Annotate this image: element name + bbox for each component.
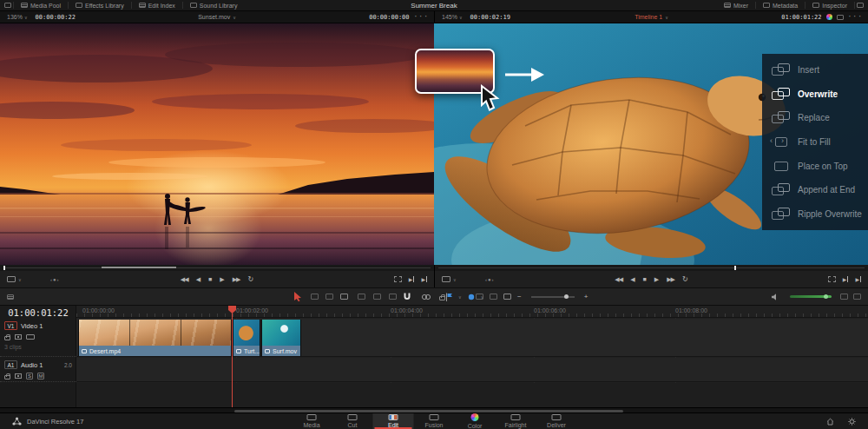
timeline-jog-control[interactable] — [485, 276, 495, 282]
lock-track-icon[interactable] — [4, 336, 10, 340]
match-frame-icon[interactable] — [394, 276, 402, 282]
step-back-button[interactable] — [196, 276, 201, 282]
source-sizing-icon[interactable] — [7, 276, 16, 282]
flag-color-dropdown[interactable] — [458, 294, 462, 300]
panel-layout-icon[interactable] — [857, 3, 864, 8]
menu-item-place-on-top[interactable]: Place on Top — [762, 154, 868, 178]
clip-turtle[interactable]: Turt... — [233, 320, 260, 356]
zoom-in-icon[interactable] — [584, 294, 589, 300]
replace-clip-button[interactable] — [389, 294, 397, 300]
sound-library-button[interactable]: Sound Library — [185, 0, 243, 11]
keyboard-shortcut-icon[interactable] — [840, 294, 848, 300]
auto-select-icon[interactable] — [15, 334, 22, 340]
in-point-button[interactable] — [409, 276, 415, 282]
audio-volume-slider[interactable] — [790, 295, 832, 298]
in-point-button[interactable] — [843, 276, 849, 282]
menu-item-fit-to-fill[interactable]: Fit to Fill — [762, 130, 868, 155]
selection-tool-button[interactable] — [292, 291, 304, 303]
solo-button[interactable]: S — [26, 373, 33, 380]
flag-button[interactable] — [443, 291, 455, 303]
go-to-last-frame-button[interactable] — [667, 276, 674, 282]
lock-track-icon[interactable] — [4, 375, 10, 380]
blade-edit-mode-button[interactable] — [340, 294, 348, 300]
edit-index-button[interactable]: Edit Index — [134, 0, 181, 11]
go-to-first-frame-button[interactable] — [615, 276, 622, 282]
color-wheel-icon[interactable] — [826, 14, 832, 20]
timeline-sizing-icon[interactable] — [442, 276, 450, 282]
source-jog-control[interactable] — [50, 276, 60, 282]
workspace-icon[interactable] — [4, 3, 11, 8]
menu-item-ripple-overwrite[interactable]: Ripple Overwrite — [762, 201, 868, 226]
menu-item-overwrite[interactable]: Overwrite — [762, 82, 868, 107]
match-frame-icon[interactable] — [828, 276, 836, 282]
full-extent-zoom-button[interactable] — [476, 294, 483, 300]
source-zoom-select[interactable]: 136% — [7, 14, 28, 20]
timeline-zoom-select[interactable]: 145% — [442, 14, 463, 20]
linked-selection-button[interactable] — [420, 291, 432, 303]
sunset-preview-image[interactable] — [0, 23, 434, 265]
timeline-scrub-bar[interactable] — [434, 265, 868, 271]
video-track-badge[interactable]: V1 — [4, 321, 17, 330]
audio-track-badge[interactable]: A1 — [4, 360, 17, 369]
zoom-slider[interactable] — [531, 296, 575, 298]
page-tab-edit[interactable]: Edit — [373, 413, 414, 429]
video-track-header[interactable]: V1 Video 1 3 clips — [0, 319, 76, 357]
insert-clip-button[interactable] — [358, 294, 365, 300]
loop-button[interactable] — [247, 276, 253, 283]
source-options-icon[interactable] — [414, 14, 429, 21]
menu-item-append-at-end[interactable]: Append at End — [762, 178, 868, 202]
timeline-select[interactable]: Timeline 1 — [635, 14, 668, 20]
page-tab-deliver[interactable]: Deliver — [536, 413, 577, 429]
go-to-last-frame-button[interactable] — [233, 276, 240, 282]
snapping-button[interactable] — [401, 291, 413, 303]
clip-desert[interactable]: Desert.mp4 — [78, 320, 232, 356]
page-tab-fairlight[interactable]: Fairlight — [496, 413, 536, 429]
dynamic-trim-mode-button[interactable] — [326, 294, 333, 300]
timeline-options-icon[interactable] — [853, 294, 861, 300]
step-back-button[interactable] — [630, 276, 635, 282]
zoom-out-icon[interactable] — [517, 294, 522, 300]
video-track-lane[interactable]: Desert.mp4 Turt... Surf.mov — [76, 319, 868, 357]
out-point-button[interactable] — [855, 276, 861, 282]
settings-gear-icon[interactable] — [848, 418, 856, 426]
overwrite-clip-button[interactable] — [373, 294, 381, 300]
timeline-ruler[interactable]: 01:00:00:00 01:00:02:00 01:00:04:00 01:0… — [76, 306, 868, 318]
volume-slider-handle[interactable] — [824, 294, 828, 299]
trim-edit-mode-button[interactable] — [311, 294, 319, 300]
page-tab-cut[interactable]: Cut — [332, 413, 373, 429]
auto-select-icon[interactable] — [15, 373, 22, 379]
source-clip-select[interactable]: Sunset.mov — [198, 14, 236, 20]
stop-button[interactable] — [643, 276, 647, 282]
audio-track-header[interactable]: A1 Audio 1 2.0 S M — [0, 358, 76, 382]
timeline-scrub-playhead[interactable] — [734, 266, 736, 270]
timeline-view-options-icon[interactable] — [7, 294, 14, 300]
custom-zoom-button[interactable] — [503, 294, 511, 300]
page-tab-fusion[interactable]: Fusion — [414, 413, 455, 429]
scrollbar-thumb[interactable] — [234, 410, 623, 412]
mixer-button[interactable]: Mixer — [719, 0, 753, 11]
metadata-button[interactable]: Metadata — [758, 0, 803, 11]
loop-button[interactable] — [682, 276, 688, 283]
enable-track-icon[interactable] — [26, 334, 35, 340]
effects-library-button[interactable]: Effects Library — [70, 0, 129, 11]
project-manager-home-icon[interactable] — [826, 418, 834, 426]
mute-button[interactable]: M — [37, 373, 44, 380]
media-pool-button[interactable]: Media Pool — [16, 0, 66, 11]
play-button[interactable] — [220, 276, 224, 282]
inspector-button[interactable]: Inspector — [807, 0, 852, 11]
page-tab-media[interactable]: Media — [292, 413, 332, 429]
stop-button[interactable] — [208, 276, 212, 282]
audio-mute-icon[interactable] — [769, 291, 781, 303]
timeline-viewer-options-icon[interactable] — [848, 14, 863, 21]
timeline-scrollbar[interactable] — [0, 407, 868, 413]
playhead-line[interactable] — [232, 306, 233, 407]
play-button[interactable] — [654, 276, 659, 282]
source-scrub-bar[interactable] — [0, 265, 434, 271]
out-point-button[interactable] — [421, 276, 427, 282]
menu-item-replace[interactable]: Replace — [762, 106, 868, 130]
go-to-first-frame-button[interactable] — [181, 276, 188, 282]
timeline-empty-area[interactable] — [76, 383, 868, 407]
audio-track-lane[interactable] — [76, 358, 868, 382]
source-scrub-playhead[interactable] — [3, 266, 5, 270]
page-tab-color[interactable]: Color — [455, 413, 496, 429]
